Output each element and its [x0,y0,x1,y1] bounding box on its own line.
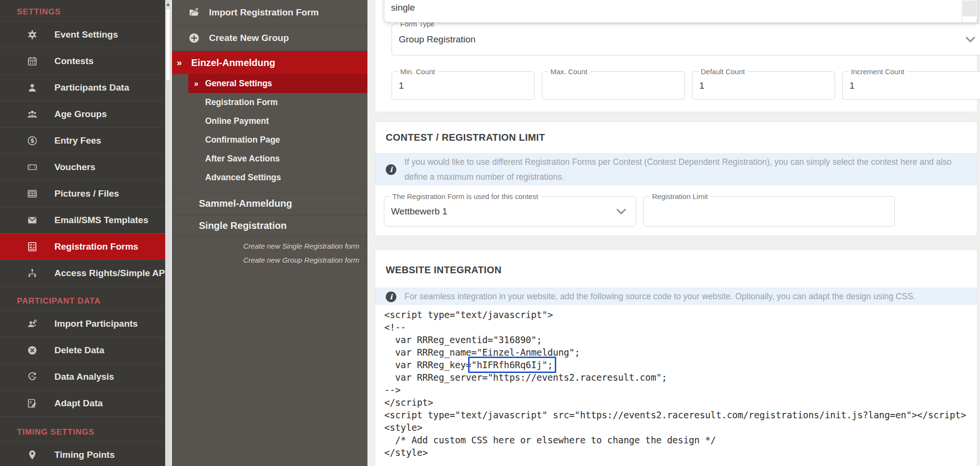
scrollbar-up-arrow-icon[interactable] [166,3,170,6]
group-label: Einzel-Anmeldung [191,57,275,68]
code-line: var RRReg_eventid="316890"; [384,333,977,346]
contest-select[interactable]: The Registration Form is used for this c… [384,196,636,226]
registration-key-highlight: "hIFRfh6Rq6Ij"; [468,357,556,373]
gear-icon [26,29,41,40]
section-title: WEBSITE INTEGRATION [375,250,977,288]
sidebar-item-delete-data[interactable]: Delete Data [0,337,165,363]
adapt-data-icon [26,398,41,409]
sidebar-scrollbar[interactable] [165,0,172,466]
sidebar-item-timing-points[interactable]: Timing Points [0,441,165,466]
form-sidebar-action-import-registration-form[interactable]: Import Registration Form [172,0,367,26]
sidebar-item-label: Delete Data [54,345,105,356]
website-integration-card: WEBSITE INTEGRATION i For seamless integ… [375,249,978,466]
sidebar-section: SETTINGSEvent SettingsContestsParticipan… [0,0,165,286]
sidebar-item-label: Vouchers [54,162,95,173]
code-line: <script type="text/javascript" src="http… [384,409,977,421]
settings-sidebar: SETTINGSEvent SettingsContestsParticipan… [0,0,165,466]
sidebar-item-participants-data[interactable]: Participants Data [0,74,165,101]
registration-forms-icon [26,241,41,253]
scrollbar-thumb[interactable] [166,8,170,81]
svg-text:$: $ [30,137,35,144]
chevron-down-icon [616,209,626,214]
form-subitem-general-settings[interactable]: »General Settings [188,74,367,93]
subitem-label: Registration Form [205,97,278,107]
dropdown-scrollbar[interactable] [962,0,977,22]
sidebar-section: PARTICIPANT DATAImport ParticipantsDelet… [0,286,165,416]
timing-points-icon [26,449,41,461]
code-line: </script> [384,396,977,409]
form-subitem-after-save-actions[interactable]: After Save Actions [172,149,367,168]
email-icon [26,214,41,226]
contest-select-label: The Registration Form is used for this c… [390,192,541,200]
form-subitem-online-payment[interactable]: Online Payment [172,112,367,131]
code-line: <!-- [384,321,977,333]
count-field-default-count[interactable]: Default Count1 [692,71,835,100]
code-line: <style> [384,421,977,434]
form-group-einzel-anmeldung[interactable]: »Einzel-Anmeldung [172,51,367,74]
count-field-label: Default Count [698,67,747,76]
form-subitem-confirmation-page[interactable]: Confirmation Page [172,131,367,149]
count-field-increment-count[interactable]: Increment Count1 [842,71,980,100]
code-line: --> [384,384,977,396]
form-sidebar-action-create-new-group[interactable]: Create New Group [172,26,367,51]
count-field-label: Max. Count [548,67,590,76]
create-form-link[interactable]: Create new Single Registration form [172,239,367,253]
sidebar-section-header: PARTICIPANT DATA [0,286,165,310]
sidebar-item-label: Pictures / Files [54,188,119,199]
chevron-down-icon [966,37,975,42]
dropdown-option[interactable]: single [391,2,415,13]
sidebar-item-vouchers[interactable]: Vouchers [0,154,165,180]
sidebar-item-registration-forms[interactable]: Registration Forms [0,233,165,260]
sidebar-item-entry-fees[interactable]: $Entry Fees [0,127,165,154]
sidebar-item-label: Import Participants [54,319,138,329]
code-line: var RRReg_key="hIFRfh6Rq6Ij"; [384,359,977,371]
sidebar-item-label: Age Groups [54,109,107,120]
sidebar-item-email-sms-templates[interactable]: Email/SMS Templates [0,207,165,233]
form-group-single-registration[interactable]: Single Registration [172,215,367,236]
sidebar-item-label: Data Analysis [54,372,114,382]
sidebar-section-header: TIMING SETTINGS [0,416,165,441]
registration-limit-input[interactable]: Registration Limit [643,196,895,226]
sidebar-item-event-settings[interactable]: Event Settings [0,21,165,48]
form-type-value: Group Registration [392,24,980,55]
sidebar-item-adapt-data[interactable]: Adapt Data [0,390,165,416]
section-title: CONTEST / REGISTRATION LIMIT [375,122,977,154]
count-field-value: 1 [392,72,534,99]
count-field-value [542,72,684,99]
dollar-circle-icon: $ [26,135,41,146]
form-type-select[interactable]: Form Type Group Registration [392,24,980,55]
count-field-min-count[interactable]: Min. Count1 [392,71,535,100]
sidebar-section-header: SETTINGS [0,0,165,21]
count-field-max-count[interactable]: Max. Count [542,71,685,100]
import-participants-icon [26,318,41,330]
sidebar-item-label: Email/SMS Templates [54,215,148,226]
sidebar-item-access-rights-simple-api[interactable]: Access Rights/Simple API [0,260,165,286]
sidebar-item-label: Timing Points [54,450,115,460]
plus-circle-icon [188,32,200,44]
registration-limit-label: Registration Limit [650,192,710,200]
count-field-label: Increment Count [849,67,907,76]
code-line: <script type="text/javascript"> [384,308,977,321]
sidebar-item-import-participants[interactable]: Import Participants [0,310,165,337]
action-label: Create New Group [209,33,289,43]
create-form-link[interactable]: Create new Group Registration form [172,253,367,267]
sidebar-item-data-analysis[interactable]: Data Analysis [0,363,165,390]
sidebar-item-contests[interactable]: Contests [0,48,165,74]
info-icon: i [386,164,396,175]
open-dropdown-list[interactable]: single [384,0,978,23]
sidebar-item-age-groups[interactable]: Age Groups [0,101,165,127]
form-sidebar-links: Create new Single Registration formCreat… [172,236,367,267]
person-icon [26,82,41,93]
form-subitem-advanced-settings[interactable]: Advanced Settings [172,168,367,187]
form-group-sammel-anmeldung[interactable]: Sammel-Anmeldung [172,192,367,215]
form-subitem-registration-form[interactable]: Registration Form [172,93,367,112]
sidebar-item-label: Participants Data [54,82,129,93]
main-content: Form Type Group Registration Min. Count1… [367,0,980,466]
dropdown-scrollbar-thumb[interactable] [963,0,977,16]
people-icon [26,108,41,120]
sidebar-item-label: Event Settings [54,29,118,40]
info-box: i For seamless integration in your websi… [375,288,977,305]
sidebar-item-pictures-files[interactable]: Pictures / Files [0,180,165,207]
integration-code-snippet: <script type="text/javascript"><!-- var … [375,305,977,459]
count-field-value: 1 [693,72,835,99]
